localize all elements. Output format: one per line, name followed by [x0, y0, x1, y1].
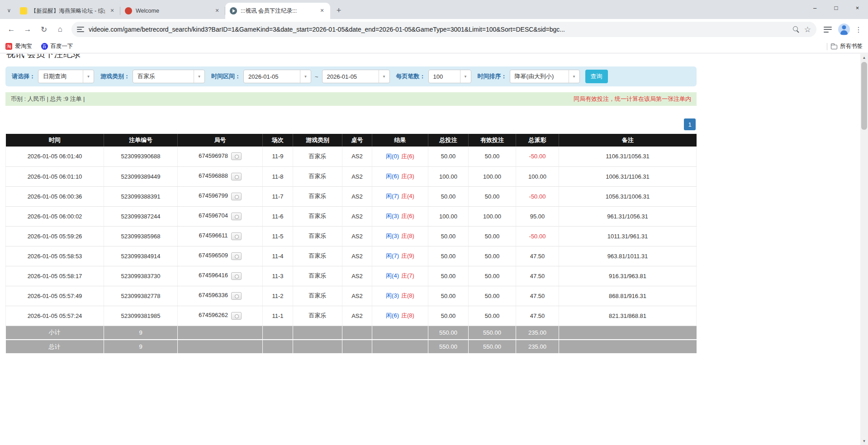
site-info-icon[interactable] — [77, 27, 84, 32]
welcome-favicon-icon — [125, 7, 132, 14]
subtotal-label: 小计 — [6, 326, 104, 340]
video-replay-icon[interactable] — [231, 252, 242, 260]
minimize-button[interactable]: – — [804, 0, 825, 15]
cell-total-bet-link[interactable]: 50.00 — [428, 246, 469, 266]
chevron-down-icon: ▾ — [194, 70, 204, 83]
column-header-payout: 总派彩 — [516, 134, 559, 147]
back-icon[interactable]: ← — [4, 22, 19, 37]
cell-time: 2026-01-05 06:01:10 — [6, 166, 104, 186]
cell-total-bet-link[interactable]: 50.00 — [428, 186, 469, 206]
cell-total-bet-link[interactable]: 50.00 — [428, 266, 469, 286]
vertical-scrollbar[interactable]: ▲ ▼ — [860, 54, 868, 445]
sort-select[interactable]: 降幂(由大到小) ▾ — [510, 70, 580, 83]
cell-time: 2026-01-05 06:01:40 — [6, 147, 104, 166]
cell-total-bet-link[interactable]: 100.00 — [428, 206, 469, 226]
cell-bet-id: 523099382778 — [104, 286, 178, 306]
tab-close-icon[interactable]: × — [318, 7, 326, 14]
cell-table: AS2 — [342, 286, 372, 306]
cell-payout: 47.50 — [516, 306, 559, 326]
bookmark-baidu[interactable]: 百 百度一下 — [41, 43, 73, 50]
cell-note: 1011.31/961.31 — [559, 226, 697, 246]
url-text[interactable]: videoie.com/game/betrecord_search/kind3?… — [89, 26, 788, 33]
cell-bet-id: 523099381985 — [104, 306, 178, 326]
cell-time: 2026-01-05 05:58:17 — [6, 266, 104, 286]
cell-game: 百家乐 — [293, 306, 342, 326]
close-window-button[interactable]: × — [847, 0, 868, 15]
bookmark-taobao[interactable]: 淘 爱淘宝 — [5, 43, 32, 50]
profile-avatar[interactable] — [838, 24, 850, 35]
cell-game: 百家乐 — [293, 206, 342, 226]
browser-tab-welcome[interactable]: Welcome × — [120, 3, 225, 19]
all-bookmarks-button[interactable]: 所有书签 — [831, 43, 863, 50]
tab-close-icon[interactable]: × — [213, 7, 221, 14]
scrollbar-thumb[interactable] — [861, 62, 867, 130]
round-number: 674596978 — [199, 152, 228, 159]
chevron-down-icon: ▾ — [379, 70, 389, 83]
cell-total-bet-link[interactable]: 50.00 — [428, 306, 469, 326]
cell-payout: 95.00 — [516, 206, 559, 226]
media-controls-icon[interactable] — [820, 22, 835, 37]
result-player: 闲(7) — [386, 193, 399, 199]
window-controls: – □ × — [804, 0, 868, 15]
url-bar[interactable]: videoie.com/game/betrecord_search/kind3?… — [71, 22, 816, 37]
game-type-select[interactable]: 百家乐 ▾ — [133, 70, 205, 83]
select-type-label: 请选择： — [12, 72, 35, 80]
cell-time: 2026-01-05 05:57:24 — [6, 306, 104, 326]
forward-icon[interactable]: → — [20, 22, 35, 37]
cell-session: 11-7 — [263, 186, 293, 206]
date-start-select[interactable]: 2026-01-05 ▾ — [243, 70, 311, 83]
tab-close-icon[interactable]: × — [109, 7, 116, 14]
browser-toolbar: ← → ↻ ⌂ videoie.com/game/betrecord_searc… — [0, 19, 868, 40]
scroll-up-icon[interactable]: ▲ — [860, 54, 868, 62]
query-type-select[interactable]: 日期查询 ▾ — [38, 70, 94, 83]
cell-total-bet-link[interactable]: 100.00 — [428, 166, 469, 186]
refresh-icon[interactable]: ↻ — [36, 22, 52, 37]
date-end-select[interactable]: 2026-01-05 ▾ — [322, 70, 390, 83]
result-player: 闲(6) — [386, 312, 399, 319]
cell-result: 闲(3)庄(8) — [372, 286, 428, 306]
cell-session: 11-2 — [263, 286, 293, 306]
video-replay-icon[interactable] — [231, 232, 242, 240]
video-replay-icon[interactable] — [231, 312, 242, 320]
column-header-game: 游戏类别 — [293, 134, 342, 147]
browser-menu-icon[interactable]: ⋮ — [853, 25, 864, 34]
round-number: 674596336 — [199, 292, 228, 298]
video-replay-icon[interactable] — [231, 193, 242, 200]
column-header-table: 桌号 — [342, 134, 372, 147]
cell-total-bet-link[interactable]: 50.00 — [428, 147, 469, 166]
total-payout: 235.00 — [516, 340, 559, 354]
column-header-valid-bet: 有效投注 — [469, 134, 516, 147]
total-label: 总计 — [6, 340, 104, 354]
column-header-total-bet: 总投注 — [428, 134, 469, 147]
home-icon[interactable]: ⌂ — [52, 22, 68, 37]
maximize-button[interactable]: □ — [825, 0, 847, 15]
browser-tab-forum[interactable]: 【新提醒】海燕策略论坛 - 综合 × — [15, 3, 120, 19]
cell-total-bet-link[interactable]: 50.00 — [428, 286, 469, 306]
tab-search-chevron-icon[interactable]: ∨ — [3, 3, 15, 18]
new-tab-button[interactable]: + — [332, 4, 346, 17]
cell-payout: 47.50 — [516, 286, 559, 306]
bookmark-star-icon[interactable]: ☆ — [804, 25, 811, 34]
page-1-button[interactable]: 1 — [684, 118, 696, 130]
video-replay-icon[interactable] — [231, 152, 242, 160]
browser-tab-betrecord-active[interactable]: :::视讯 会员下注纪录::: × — [225, 3, 330, 19]
result-banker: 庄(4) — [401, 193, 414, 199]
result-player: 闲(6) — [386, 173, 399, 180]
cell-payout: 47.50 — [516, 266, 559, 286]
per-page-select[interactable]: 100 ▾ — [428, 70, 471, 83]
subtotal-total-bet: 550.00 — [428, 326, 469, 340]
video-replay-icon[interactable] — [231, 213, 242, 220]
cell-valid-bet: 50.00 — [469, 226, 516, 246]
scroll-down-icon[interactable]: ▼ — [860, 437, 868, 445]
total-count: 9 — [104, 340, 178, 354]
cell-total-bet-link[interactable]: 50.00 — [428, 226, 469, 246]
cell-valid-bet: 100.00 — [469, 166, 516, 186]
search-button[interactable]: 查询 — [585, 70, 608, 83]
table-row: 2026-01-05 06:01:10 523099389449 6745968… — [6, 166, 697, 186]
zoom-icon[interactable] — [792, 26, 800, 33]
cell-game: 百家乐 — [293, 166, 342, 186]
video-replay-icon[interactable] — [231, 173, 242, 180]
video-replay-icon[interactable] — [231, 272, 242, 280]
video-replay-icon[interactable] — [231, 292, 242, 300]
cell-game: 百家乐 — [293, 286, 342, 306]
